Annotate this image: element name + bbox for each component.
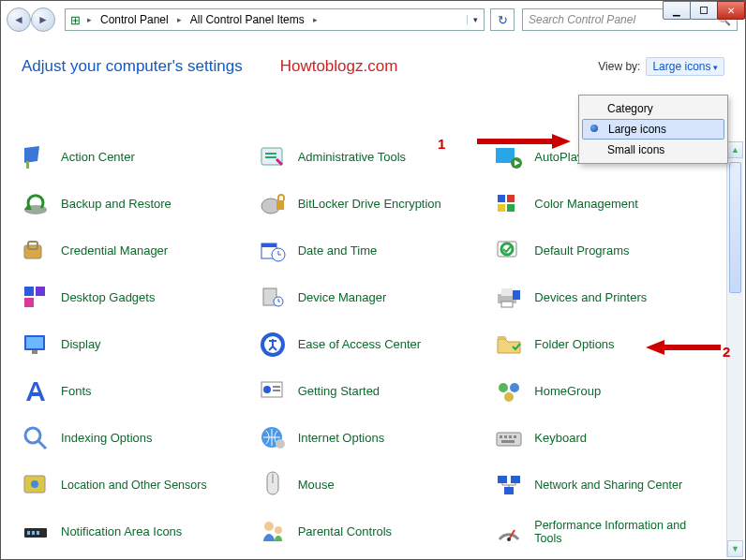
svg-rect-22 bbox=[24, 298, 34, 307]
svg-rect-47 bbox=[509, 435, 512, 438]
cp-item-parental-controls[interactable]: Parental Controls bbox=[257, 516, 486, 548]
view-by-dropdown[interactable]: Large icons bbox=[646, 57, 724, 76]
cp-item-homegroup[interactable]: HomeGroup bbox=[493, 376, 723, 407]
svg-rect-49 bbox=[501, 440, 515, 443]
maximize-button[interactable] bbox=[690, 1, 718, 20]
cp-item-keyboard[interactable]: Keyboard bbox=[493, 422, 723, 454]
chevron-right-icon[interactable]: ▸ bbox=[310, 15, 321, 24]
forward-button[interactable]: ► bbox=[31, 7, 55, 32]
breadcrumb-segment[interactable]: Control Panel bbox=[95, 13, 174, 26]
arrow-left-icon: ◄ bbox=[13, 13, 24, 26]
cp-item-default-programs[interactable]: Default Programs bbox=[493, 235, 723, 267]
address-dropdown[interactable]: ▾ bbox=[467, 15, 484, 24]
cp-item-display[interactable]: Display bbox=[20, 329, 249, 361]
svg-rect-36 bbox=[273, 386, 280, 388]
chevron-right-icon[interactable]: ▸ bbox=[174, 15, 185, 24]
cp-item-performance-information-and-tools[interactable]: Performance Information and Tools bbox=[493, 516, 723, 548]
svg-marker-64 bbox=[552, 134, 571, 149]
cp-item-label: Default Programs bbox=[534, 244, 629, 258]
backup-restore-icon bbox=[20, 188, 52, 220]
cp-item-administrative-tools[interactable]: Administrative Tools bbox=[257, 141, 486, 173]
svg-rect-10 bbox=[507, 195, 515, 202]
cp-item-label: Network and Sharing Center bbox=[534, 479, 682, 492]
annotation-number-2: 2 bbox=[723, 344, 730, 360]
cp-item-notification-area-icons[interactable]: Notification Area Icons bbox=[20, 516, 249, 548]
svg-point-39 bbox=[510, 383, 519, 392]
svg-rect-26 bbox=[501, 288, 513, 296]
cp-item-action-center[interactable]: Action Center bbox=[20, 141, 249, 173]
svg-marker-65 bbox=[646, 340, 664, 355]
cp-item-location-and-other-sensors[interactable]: Location and Other Sensors bbox=[20, 469, 249, 501]
cp-item-bitlocker-drive-encryption[interactable]: BitLocker Drive Encryption bbox=[257, 188, 486, 220]
fonts-icon bbox=[20, 376, 52, 407]
keyboard-icon bbox=[493, 422, 525, 454]
cp-item-label: Devices and Printers bbox=[534, 291, 647, 305]
cp-item-label: Fonts bbox=[61, 385, 92, 399]
radio-selected-icon bbox=[590, 125, 598, 132]
view-option-small-icons[interactable]: Small icons bbox=[581, 140, 725, 160]
cp-item-mouse[interactable]: Mouse bbox=[257, 469, 486, 501]
view-option-large-icons[interactable]: Large icons bbox=[582, 119, 724, 140]
scroll-down-button[interactable]: ▼ bbox=[727, 540, 743, 557]
svg-rect-16 bbox=[261, 243, 276, 247]
cp-item-backup-and-restore[interactable]: Backup and Restore bbox=[20, 188, 249, 220]
svg-rect-12 bbox=[507, 204, 515, 212]
page-title: Adjust your computer's settings bbox=[22, 57, 243, 76]
breadcrumb-segment[interactable]: All Control Panel Items bbox=[185, 13, 310, 26]
cp-item-label: Action Center bbox=[61, 151, 135, 165]
svg-rect-21 bbox=[36, 287, 45, 296]
back-button[interactable]: ◄ bbox=[7, 7, 31, 32]
cp-item-fonts[interactable]: Fonts bbox=[20, 376, 249, 407]
bitlocker-icon bbox=[257, 188, 289, 220]
cp-item-devices-and-printers[interactable]: Devices and Printers bbox=[493, 282, 723, 314]
annotation-arrow-1 bbox=[477, 132, 571, 154]
view-option-category[interactable]: Category bbox=[581, 98, 725, 119]
cp-item-network-and-sharing-center[interactable]: Network and Sharing Center bbox=[493, 469, 723, 501]
cp-item-getting-started[interactable]: Getting Started bbox=[257, 376, 486, 407]
cp-item-desktop-gadgets[interactable]: Desktop Gadgets bbox=[20, 282, 249, 314]
svg-rect-53 bbox=[498, 476, 507, 483]
refresh-button[interactable]: ↻ bbox=[490, 8, 515, 31]
annotation-number-1: 1 bbox=[438, 136, 445, 152]
minimize-icon: ▁ bbox=[673, 6, 680, 16]
close-button[interactable]: ✕ bbox=[717, 1, 745, 20]
display-icon bbox=[20, 329, 52, 361]
cp-item-date-and-time[interactable]: Date and Time bbox=[257, 235, 486, 267]
svg-point-38 bbox=[499, 383, 508, 392]
cp-item-label: Mouse bbox=[298, 479, 335, 493]
svg-rect-54 bbox=[511, 476, 520, 483]
cp-item-label: Location and Other Sensors bbox=[61, 479, 207, 492]
cp-item-label: Getting Started bbox=[298, 385, 380, 399]
cp-item-indexing-options[interactable]: Indexing Options bbox=[20, 422, 249, 454]
network-sharing-icon bbox=[493, 469, 525, 501]
svg-rect-20 bbox=[24, 287, 34, 296]
svg-rect-44 bbox=[497, 433, 521, 446]
cp-item-label: Date and Time bbox=[298, 244, 378, 258]
cp-item-label: Parental Controls bbox=[298, 525, 392, 539]
ease-access-icon bbox=[257, 329, 289, 361]
svg-rect-48 bbox=[514, 435, 516, 438]
cp-item-device-manager[interactable]: Device Manager bbox=[257, 282, 486, 314]
cp-item-label: Color Management bbox=[534, 198, 638, 212]
location-sensors-icon bbox=[20, 469, 52, 501]
svg-rect-58 bbox=[32, 531, 35, 535]
cp-item-credential-manager[interactable]: Credential Manager bbox=[20, 235, 249, 267]
cp-item-label: Desktop Gadgets bbox=[61, 291, 155, 305]
svg-rect-57 bbox=[27, 531, 30, 535]
cp-item-internet-options[interactable]: Internet Options bbox=[257, 422, 486, 454]
scroll-thumb[interactable] bbox=[729, 162, 741, 293]
cp-item-ease-of-access-center[interactable]: Ease of Access Center bbox=[257, 329, 486, 361]
cp-item-color-management[interactable]: Color Management bbox=[493, 188, 723, 220]
scroll-up-button[interactable]: ▲ bbox=[727, 141, 743, 158]
device-mgr-icon bbox=[257, 282, 289, 314]
close-icon: ✕ bbox=[727, 6, 735, 16]
chevron-right-icon[interactable]: ▸ bbox=[84, 15, 95, 24]
svg-rect-11 bbox=[498, 204, 505, 212]
svg-rect-9 bbox=[498, 195, 505, 202]
cp-item-label: Administrative Tools bbox=[298, 151, 406, 165]
minimize-button[interactable]: ▁ bbox=[663, 1, 691, 20]
maximize-icon bbox=[700, 7, 708, 14]
address-bar[interactable]: ⊞ ▸ Control Panel ▸ All Control Panel It… bbox=[65, 8, 485, 31]
performance-info-icon bbox=[493, 516, 525, 548]
view-by-label: View by: bbox=[598, 60, 640, 73]
